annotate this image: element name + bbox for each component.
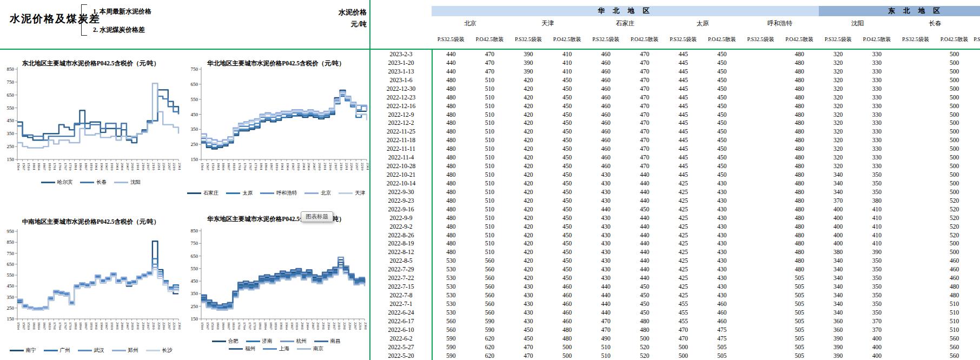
price-cell[interactable]: 500 [935,239,974,248]
price-cell[interactable]: 330 [858,50,897,59]
price-cell[interactable]: 450 [703,59,741,68]
price-cell[interactable]: 430 [703,231,741,240]
price-cell[interactable]: 510 [471,231,509,240]
date-cell[interactable]: 2023-1-13 [370,68,432,76]
date-cell[interactable]: 2022-9-2 [370,223,432,231]
price-cell[interactable]: 450 [509,326,548,335]
price-cell[interactable]: 450 [703,136,741,145]
price-cell[interactable]: 420 [509,205,548,214]
price-cell[interactable] [741,162,780,171]
price-cell[interactable]: 450 [548,102,587,111]
city-header[interactable]: 沈阳 [819,16,896,30]
price-cell[interactable]: 460 [548,300,587,309]
price-cell[interactable]: 510 [471,111,509,119]
price-cell[interactable]: 510 [471,76,509,85]
price-cell[interactable]: 425 [664,248,703,257]
price-cell[interactable]: 480 [432,102,471,111]
city-header[interactable]: 北京 [432,16,509,30]
price-cell[interactable]: 480 [432,179,471,188]
grade-subheader[interactable]: P.S32.5袋装 [664,31,703,48]
price-cell[interactable]: 320 [819,162,858,171]
price-cell[interactable]: 340 [819,274,858,283]
price-cell[interactable]: 450 [625,300,664,309]
price-cell[interactable]: 480 [935,291,974,300]
date-cell[interactable]: 2022-6-24 [370,309,432,317]
price-cell[interactable]: 320 [819,68,858,76]
date-cell[interactable]: 2022-12-2 [370,119,432,128]
price-cell[interactable]: 470 [509,352,548,360]
price-cell[interactable]: 470 [625,68,664,76]
grade-subheader[interactable]: P.S32.5袋装 [432,31,471,48]
price-cell[interactable]: 450 [703,171,741,179]
price-cell[interactable]: 505 [780,317,819,326]
price-cell[interactable]: 420 [509,111,548,119]
price-cell[interactable]: 450 [703,68,741,76]
price-cell[interactable]: 320 [819,59,858,68]
price-cell[interactable]: 460 [586,162,625,171]
price-cell[interactable]: 330 [858,128,897,136]
price-cell[interactable]: 320 [819,102,858,111]
price-cell[interactable]: 440 [625,197,664,205]
city-header[interactable]: 太原 [664,16,741,30]
price-cell[interactable]: 470 [625,111,664,119]
grade-subheader[interactable]: P.O42.5散装 [548,31,587,48]
price-cell[interactable]: 560 [471,274,509,283]
date-cell[interactable]: 2022-7-8 [370,291,432,300]
price-cell[interactable]: 500 [935,111,974,119]
price-cell[interactable] [741,119,780,128]
price-cell[interactable] [741,265,780,274]
price-cell[interactable]: 450 [548,248,587,257]
price-cell[interactable] [896,248,935,257]
price-cell[interactable]: 470 [625,59,664,68]
price-cell[interactable]: 450 [548,223,587,231]
price-cell[interactable]: 505 [780,335,819,343]
price-cell[interactable]: 380 [819,248,858,257]
price-cell[interactable]: 430 [703,239,741,248]
price-cell[interactable]: 480 [432,223,471,231]
price-cell[interactable]: 330 [858,162,897,171]
date-cell[interactable]: 2022-11-25 [370,128,432,136]
price-cell[interactable]: 450 [548,179,587,188]
price-cell[interactable]: 420 [509,119,548,128]
date-cell[interactable]: 2022-6-10 [370,326,432,335]
price-cell[interactable]: 320 [819,50,858,59]
price-cell[interactable]: 470 [625,136,664,145]
price-cell[interactable]: 370 [858,317,897,326]
price-cell[interactable]: 440 [625,265,664,274]
price-cell[interactable]: 480 [432,197,471,205]
price-cell[interactable]: 530 [432,274,471,283]
price-cell[interactable]: 445 [664,85,703,94]
price-cell[interactable] [896,179,935,188]
price-cell[interactable]: 425 [664,179,703,188]
price-cell[interactable]: 475 [703,326,741,335]
price-cell[interactable]: 505 [780,352,819,360]
price-cell[interactable]: 620 [471,335,509,343]
price-cell[interactable]: 400 [858,352,897,360]
price-cell[interactable]: 480 [548,335,587,343]
price-cell[interactable]: 500 [935,171,974,179]
price-cell[interactable]: 450 [548,188,587,197]
price-cell[interactable] [896,111,935,119]
price-cell[interactable] [896,283,935,291]
price-cell[interactable]: 340 [819,257,858,265]
price-cell[interactable]: 510 [471,85,509,94]
price-cell[interactable]: 510 [471,188,509,197]
legend-item[interactable]: 武汉 [78,347,104,354]
price-cell[interactable]: 350 [858,309,897,317]
price-cell[interactable]: 390 [509,59,548,68]
price-cell[interactable]: 450 [703,85,741,94]
legend-item[interactable]: 上海 [263,345,289,352]
city-header[interactable]: 石家庄 [586,16,664,30]
price-cell[interactable]: 460 [586,136,625,145]
price-cell[interactable] [896,291,935,300]
price-cell[interactable]: 420 [509,128,548,136]
price-cell[interactable] [896,94,935,102]
price-cell[interactable]: 500 [548,343,587,352]
price-cell[interactable]: 380 [858,197,897,205]
price-cell[interactable]: 425 [664,231,703,240]
price-cell[interactable]: 450 [703,145,741,154]
price-cell[interactable]: 430 [586,197,625,205]
price-cell[interactable]: 420 [509,102,548,111]
price-cell[interactable]: 560 [935,343,974,352]
price-cell[interactable]: 440 [625,188,664,197]
